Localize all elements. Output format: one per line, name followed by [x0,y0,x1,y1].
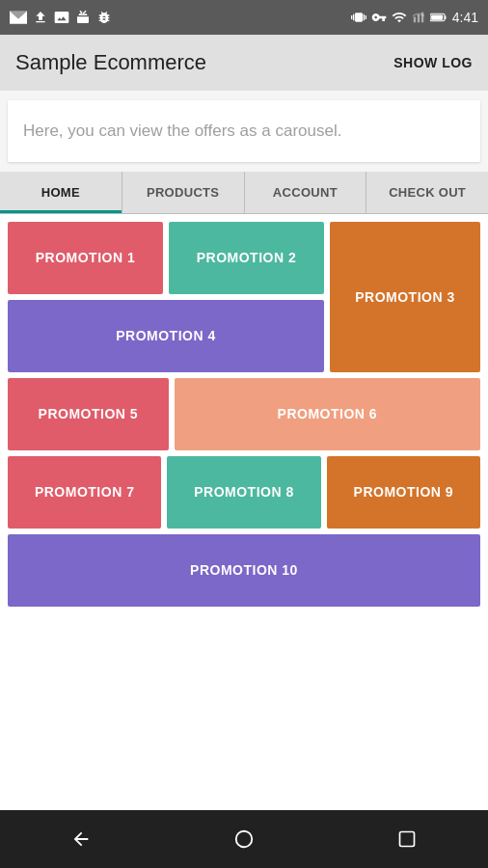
promo-row-top: PROMOTION 1 PROMOTION 2 [8,222,324,294]
promo-item-2[interactable]: PROMOTION 2 [169,222,324,294]
svg-point-3 [236,831,253,848]
tab-checkout[interactable]: CHECK OUT [366,172,488,213]
show-log-button[interactable]: SHOW LOG [393,55,473,70]
promo-item-3[interactable]: PROMOTION 3 [330,222,480,372]
gmail-icon [10,11,27,24]
promo-col-left: PROMOTION 1 PROMOTION 2 PROMOTION 4 [8,222,324,372]
promo-row-4: PROMOTION 7 PROMOTION 8 PROMOTION 9 [8,456,480,529]
nav-bar [0,810,488,868]
promo-item-8[interactable]: PROMOTION 8 [167,456,320,529]
promo-item-5[interactable]: PROMOTION 5 [8,378,169,450]
status-bar-right-icons: 4:41 [351,10,478,25]
tab-products[interactable]: PRODUCTS [122,172,245,213]
signal-icon [412,10,425,25]
promo-item-9[interactable]: PROMOTION 9 [327,456,480,529]
promotions-area: PROMOTION 1 PROMOTION 2 PROMOTION 4 PROM… [0,214,488,810]
promo-item-1[interactable]: PROMOTION 1 [8,222,163,294]
app-title: Sample Ecommerce [15,50,206,75]
status-bar-left-icons [10,10,112,25]
promo-row-5: PROMOTION 10 [8,534,480,607]
battery-icon [430,11,447,24]
app-bar: Sample Ecommerce SHOW LOG [0,35,488,91]
tab-account[interactable]: ACCOUNT [245,172,367,213]
promo-item-10[interactable]: PROMOTION 10 [8,534,480,607]
svg-rect-2 [431,14,443,19]
vibrate-icon [351,10,366,25]
status-bar: 4:41 [0,0,488,35]
android-debug-icon [75,10,91,25]
svg-rect-1 [445,15,447,19]
tab-home[interactable]: HOME [0,172,122,213]
upload-icon [33,10,48,25]
promo-row-1-2: PROMOTION 1 PROMOTION 2 PROMOTION 4 PROM… [8,222,480,372]
wifi-icon [392,10,407,25]
recents-button[interactable] [386,818,428,860]
svg-rect-4 [399,832,414,847]
bug-icon [96,10,112,25]
promo-item-7[interactable]: PROMOTION 7 [8,456,161,529]
image-icon [54,10,69,25]
key-icon [371,10,387,25]
tab-bar: HOME PRODUCTS ACCOUNT CHECK OUT [0,172,488,214]
promotions-grid: PROMOTION 1 PROMOTION 2 PROMOTION 4 PROM… [8,222,480,607]
back-button[interactable] [60,818,102,860]
promo-row-3: PROMOTION 5 PROMOTION 6 [8,378,480,450]
promo-item-4[interactable]: PROMOTION 4 [8,300,324,372]
time-display: 4:41 [452,10,478,25]
home-button[interactable] [223,818,265,860]
content-card-text: Here, you can view the offers as a carou… [23,120,465,143]
content-card: Here, you can view the offers as a carou… [8,100,480,162]
promo-item-6[interactable]: PROMOTION 6 [175,378,480,450]
